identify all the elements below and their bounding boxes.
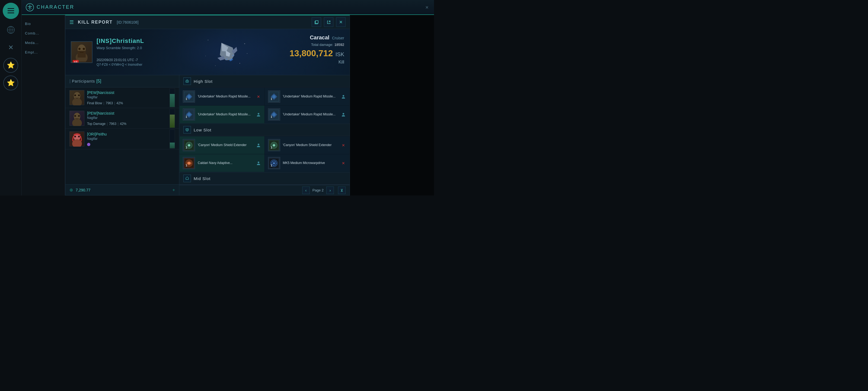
purple-dot xyxy=(87,143,90,146)
participants-count: [5] xyxy=(96,79,101,84)
participant-name-1: [PEW]Narcissist xyxy=(87,90,175,95)
svg-point-71 xyxy=(273,162,275,164)
low-slot-item-2[interactable]: 1 'Canyon' Medium Shield Extender ✕ xyxy=(265,136,350,154)
item-name-2: 'Undertaker' Medium Rapid Missile... xyxy=(283,94,338,99)
participant-item[interactable]: [PEW]Narcissist Naglfar Final Blow | 796… xyxy=(65,87,179,108)
svg-point-35 xyxy=(78,115,80,117)
low-item-count-3: 1 xyxy=(186,164,187,167)
kill-badge: Kill xyxy=(73,60,79,63)
main-close-button[interactable]: × xyxy=(425,4,429,10)
item-status-person-2 xyxy=(341,94,346,100)
main-title: CHARACTER xyxy=(37,4,74,10)
svg-line-10 xyxy=(28,7,30,9)
svg-point-30 xyxy=(74,94,76,96)
sidebar-item-medals[interactable]: ⭐ xyxy=(3,57,19,73)
prev-page-button[interactable]: ‹ xyxy=(302,187,310,194)
footer-value: 7,290.77 xyxy=(76,188,91,192)
svg-point-22 xyxy=(208,40,208,40)
participants-panel: | Participants [5] xyxy=(65,75,179,195)
modal-close-button[interactable]: ✕ xyxy=(336,18,346,27)
high-slot-item-1[interactable]: 1 'Undertaker' Medium Rapid Missile... ✕ xyxy=(180,88,265,105)
kill-stats: Caracal Cruiser Total damage: 18592 13,8… xyxy=(289,34,344,65)
filter-button[interactable]: ⊻ xyxy=(338,187,346,194)
high-slot-icon xyxy=(183,77,191,85)
modal-title: KILL REPORT xyxy=(78,20,113,25)
participant-label-1: Final Blow xyxy=(87,101,102,105)
item-name-1: 'Undertaker' Medium Rapid Missile... xyxy=(198,94,253,99)
item-count-3: 1 xyxy=(186,115,187,118)
high-slot-item-3[interactable]: 1 'Undertaker' Medium Rapid Missile... xyxy=(180,106,265,123)
svg-point-26 xyxy=(205,56,206,56)
svg-point-38 xyxy=(74,136,76,137)
medal-icon-1: ⭐ xyxy=(3,58,18,73)
modal-title-id: [ID:7606108] xyxy=(117,20,138,24)
participant-name-2: [PEW]Narcissist xyxy=(87,111,175,115)
character-panel: Bio Comb... Meda... Empl... xyxy=(22,0,65,196)
sidebar-menu-button[interactable] xyxy=(3,3,19,19)
svg-point-37 xyxy=(72,139,82,147)
modal-menu-icon[interactable]: ☰ xyxy=(69,19,74,25)
ship-name: Caracal xyxy=(310,34,329,40)
modal-external-button[interactable] xyxy=(324,18,333,27)
low-item-status-4: ✕ xyxy=(341,161,346,166)
svg-point-34 xyxy=(74,115,76,117)
isk-value: 13,800,712 xyxy=(289,48,333,58)
damage-bar-2 xyxy=(169,109,175,128)
item-icon-4 xyxy=(268,108,280,120)
low-item-name-2: 'Canyon' Medium Shield Extender xyxy=(283,143,338,147)
svg-point-48 xyxy=(258,113,259,115)
participant-corp-1: Naglfar xyxy=(87,95,175,99)
participant-percent-1: 42% xyxy=(116,101,123,105)
low-item-status-3 xyxy=(256,161,261,166)
item-count-2: 1 xyxy=(271,97,272,101)
low-slot-item-4[interactable]: 1 MK5 Medium Microwarpdrive ✕ xyxy=(265,154,350,172)
item-count-1: 1 xyxy=(186,97,187,101)
sidebar-item-bio[interactable] xyxy=(3,22,19,38)
high-slot-item-4[interactable]: 1 'Undertaker' Medium Rapid Missile... xyxy=(265,106,350,123)
low-slot-item-1[interactable]: 1 'Canyon' Medium Shield Extender xyxy=(180,136,265,154)
svg-point-27 xyxy=(247,53,247,54)
main-titlebar: CHARACTER × xyxy=(22,0,434,15)
sidebar-item-combat[interactable]: ✕ xyxy=(3,39,19,56)
svg-point-39 xyxy=(78,136,80,137)
low-item-count-1: 1 xyxy=(186,146,187,149)
char-nav-medals[interactable]: Meda... xyxy=(22,38,65,48)
char-nav-employment[interactable]: Empl... xyxy=(22,48,65,57)
item-name-4: 'Undertaker' Medium Rapid Missile... xyxy=(283,112,338,117)
ship-type: Cruiser xyxy=(332,36,344,40)
high-slot-item-2[interactable]: 1 'Undertaker' Medium Rapid Missile... xyxy=(265,88,350,105)
char-nav-bio[interactable]: Bio xyxy=(22,19,65,29)
low-item-icon-4 xyxy=(268,157,280,169)
low-item-count-4: 1 xyxy=(271,164,272,167)
modal-actions: ✕ xyxy=(312,18,346,27)
modal-copy-button[interactable] xyxy=(312,18,321,27)
svg-rect-52 xyxy=(187,129,188,130)
sidebar-item-employment[interactable]: ⭐ xyxy=(3,75,19,91)
damage-bar-fill-2 xyxy=(170,115,175,128)
low-slot-item-3[interactable]: 1 Caldari Navy Adaptive... xyxy=(180,154,265,172)
ship-silhouette xyxy=(200,33,255,74)
low-slot-title: Low Slot xyxy=(194,128,212,132)
svg-rect-1 xyxy=(8,10,14,11)
participant-item-3[interactable]: [ORI]Peithu Naglfar xyxy=(65,129,179,149)
char-nav-combat[interactable]: Comb... xyxy=(22,29,65,38)
low-item-name-3: Caldari Navy Adaptive... xyxy=(198,161,253,165)
svg-point-33 xyxy=(72,119,82,126)
low-item-status-1 xyxy=(256,143,261,148)
low-item-icon-3 xyxy=(183,157,195,169)
item-status-x-1: ✕ xyxy=(256,94,261,100)
svg-point-17 xyxy=(79,48,81,50)
medals-label: Meda... xyxy=(25,41,38,45)
participant-corp-3: Naglfar xyxy=(87,137,175,141)
next-page-button[interactable]: › xyxy=(326,187,334,194)
participant-label-2: Top Damage xyxy=(87,122,105,126)
sidebar: ✕ ⭐ ⭐ xyxy=(0,0,22,196)
damage-bar-1 xyxy=(169,88,175,107)
svg-point-50 xyxy=(272,113,276,116)
svg-point-23 xyxy=(244,44,245,44)
low-item-status-2: ✕ xyxy=(341,143,346,148)
svg-point-24 xyxy=(215,65,216,66)
page-indicator: Page 2 xyxy=(312,188,323,192)
participant-item-2[interactable]: [PEW]Narcissist Naglfar Top Damage | 796… xyxy=(65,108,179,129)
svg-point-44 xyxy=(272,95,276,98)
